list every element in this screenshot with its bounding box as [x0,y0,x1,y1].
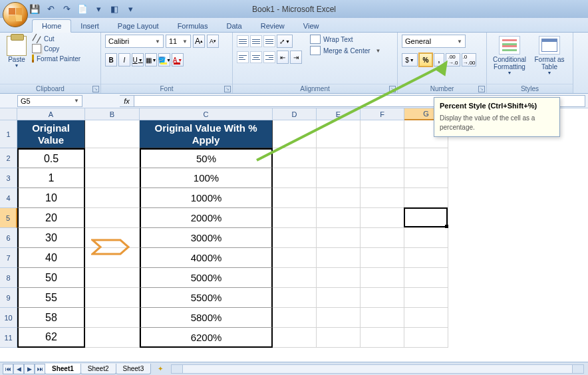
align-center-button[interactable] [250,51,262,63]
row-header-3[interactable]: 3 [0,168,17,188]
align-bottom-button[interactable] [263,35,275,47]
cell-C7[interactable]: 4000% [140,248,273,268]
align-left-button[interactable] [237,51,249,63]
tab-home[interactable]: Home [32,19,71,33]
qat-btn-5[interactable]: ▾ [92,3,105,16]
select-all-corner[interactable] [0,108,17,120]
cell-F1[interactable] [361,120,404,148]
row-header-6[interactable]: 6 [0,228,17,248]
decrease-indent-button[interactable]: ⇤ [277,51,289,64]
cell-C11[interactable]: 6200% [140,328,273,348]
decrease-decimal-button[interactable]: .0→.00 [462,53,476,66]
cell-G5[interactable] [404,208,448,228]
cell-F5[interactable] [361,208,404,228]
cell-E6[interactable] [317,228,361,248]
increase-indent-button[interactable]: ⇥ [290,51,302,64]
row-header-10[interactable]: 10 [0,308,17,328]
cell-C9[interactable]: 5500% [140,288,273,308]
border-button[interactable]: ▦▼ [145,53,157,66]
cell-D10[interactable] [273,308,317,328]
cell-G3[interactable] [404,168,448,188]
row-header-5[interactable]: 5 [0,208,17,228]
cell-G4[interactable] [404,188,448,208]
font-launcher-icon[interactable]: ↘ [224,86,231,92]
cell-B2[interactable] [85,148,140,168]
merge-center-button[interactable]: Merge & Center▼ [310,46,381,55]
cut-button[interactable]: Cut [32,35,80,43]
cell-B11[interactable] [85,328,140,348]
cell-D5[interactable] [273,208,317,228]
column-header-F[interactable]: F [361,108,404,120]
cell-B4[interactable] [85,188,140,208]
cell-D6[interactable] [273,228,317,248]
cell-B1[interactable] [85,120,140,148]
grow-font-button[interactable]: A▴ [193,35,205,48]
cell-G11[interactable] [404,328,448,348]
cell-F10[interactable] [361,308,404,328]
cell-E11[interactable] [317,328,361,348]
cell-D7[interactable] [273,248,317,268]
cell-F3[interactable] [361,168,404,188]
cell-A2[interactable]: 0.5 [17,148,85,168]
cell-D3[interactable] [273,168,317,188]
qat-btn-6[interactable]: ◧ [108,3,121,16]
cell-A1[interactable]: Original Value [17,120,85,148]
cell-G7[interactable] [404,248,448,268]
grid[interactable]: Original ValueOriginal Value With % Appl… [17,120,448,348]
align-middle-button[interactable] [250,35,262,47]
cell-C8[interactable]: 5000% [140,268,273,288]
paste-button[interactable]: Paste ▼ [4,35,29,68]
fill-color-button[interactable]: 🪣▼ [158,53,170,66]
row-header-2[interactable]: 2 [0,148,17,168]
qat-btn-4[interactable]: 📄 [76,3,89,16]
cell-G9[interactable] [404,288,448,308]
column-header-B[interactable]: B [85,108,140,120]
cell-C4[interactable]: 1000% [140,188,273,208]
cell-C10[interactable]: 5800% [140,308,273,328]
cell-D2[interactable] [273,148,317,168]
cell-G2[interactable] [404,148,448,168]
row-header-8[interactable]: 8 [0,268,17,288]
cell-A4[interactable]: 10 [17,188,85,208]
font-size-select[interactable]: 11▼ [166,35,191,48]
cell-E5[interactable] [317,208,361,228]
font-name-select[interactable]: Calibri▼ [105,35,164,48]
cell-B8[interactable] [85,268,140,288]
cell-F8[interactable] [361,268,404,288]
cell-C6[interactable]: 3000% [140,228,273,248]
undo-icon[interactable]: ↶ [44,3,57,16]
cell-D8[interactable] [273,268,317,288]
align-top-button[interactable] [237,35,249,47]
redo-icon[interactable]: ↷ [60,3,73,16]
cell-A10[interactable]: 58 [17,308,85,328]
cell-B5[interactable] [85,208,140,228]
tab-insert[interactable]: Insert [71,20,108,32]
row-header-7[interactable]: 7 [0,248,17,268]
tab-view[interactable]: View [294,20,329,32]
cell-G10[interactable] [404,308,448,328]
new-sheet-icon[interactable]: ✦ [154,365,167,372]
cell-B9[interactable] [85,288,140,308]
office-button[interactable] [3,2,28,27]
cell-E7[interactable] [317,248,361,268]
name-box[interactable]: G5▼ [17,95,82,107]
column-header-C[interactable]: C [140,108,273,120]
cell-A9[interactable]: 55 [17,288,85,308]
fx-icon[interactable]: fx [120,95,134,107]
font-color-button[interactable]: A▼ [172,53,184,66]
cell-E2[interactable] [317,148,361,168]
cell-G6[interactable] [404,228,448,248]
sheet-tab-1[interactable]: Sheet1 [45,364,81,374]
wrap-text-button[interactable]: Wrap Text [310,35,381,44]
cell-A6[interactable]: 30 [17,228,85,248]
format-as-table-button[interactable]: Format as Table▼ [531,35,568,75]
sheet-nav-first-icon[interactable]: ⏮ [3,364,13,374]
cell-A7[interactable]: 40 [17,248,85,268]
horizontal-scrollbar[interactable] [171,364,584,374]
cell-D9[interactable] [273,288,317,308]
cell-A3[interactable]: 1 [17,168,85,188]
underline-button[interactable]: U▼ [132,53,144,66]
cell-G8[interactable] [404,268,448,288]
cell-A5[interactable]: 20 [17,208,85,228]
cell-E8[interactable] [317,268,361,288]
